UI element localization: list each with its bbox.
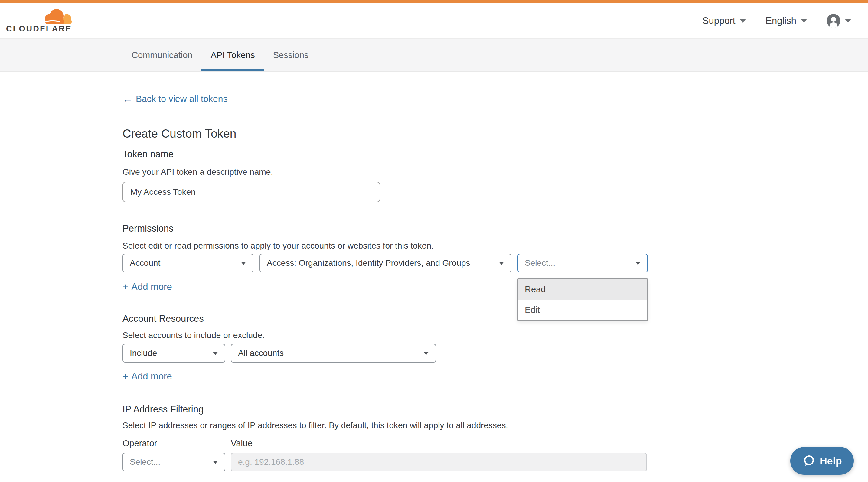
token-name-heading: Token name [123,149,655,160]
help-button[interactable]: Help [790,447,854,475]
language-menu-button[interactable]: English [766,15,807,26]
permission-resource-select[interactable]: Access: Organizations, Identity Provider… [259,254,512,272]
permissions-description: Select edit or read permissions to apply… [123,240,655,251]
operator-label: Operator [123,438,231,448]
chevron-down-icon [740,19,746,23]
chevron-down-icon [213,352,218,355]
chevron-down-icon [499,262,504,265]
ip-value-input [231,453,647,472]
account-resources-select-row: Include All accounts [123,344,655,362]
ip-field-labels: Operator Value [123,438,655,448]
permission-scope-select[interactable]: Account [123,254,253,272]
resource-accounts-select[interactable]: All accounts [231,344,436,362]
chevron-down-icon [635,262,641,265]
permissions-heading: Permissions [123,223,655,234]
chevron-down-icon [801,19,807,23]
permission-level-select[interactable]: Select... [518,254,648,272]
profile-tab-bar: Communication API Tokens Sessions [0,38,868,72]
permissions-select-row: Account Access: Organizations, Identity … [123,254,655,272]
menu-option-edit[interactable]: Edit [518,300,647,320]
ip-operator-select[interactable]: Select... [123,453,225,472]
language-menu-label: English [766,15,796,26]
tab-api-tokens[interactable]: API Tokens [202,39,264,71]
resource-mode-select[interactable]: Include [123,344,225,362]
back-arrow-icon: ← [123,93,133,105]
cloudflare-cloud-icon [41,8,72,25]
chevron-down-icon [424,352,429,355]
permission-level-menu: Read Edit [518,279,648,321]
account-menu-button[interactable] [827,14,851,28]
ip-filtering-heading: IP Address Filtering [123,404,655,415]
tab-sessions[interactable]: Sessions [264,39,318,71]
cloudflare-logo[interactable]: CLOUDFLARE [6,8,72,33]
brand-top-strip [0,0,868,3]
help-button-label: Help [819,455,842,467]
ip-operator-placeholder: Select... [130,457,160,467]
support-menu-label: Support [703,15,736,26]
account-resources-description: Select accounts to include or exclude. [123,330,655,341]
add-more-label: Add more [131,281,172,293]
user-avatar-icon [827,14,840,28]
chat-bubble-icon [802,454,815,468]
permission-level-wrap: Select... Read Edit [518,254,648,272]
header-nav: Support English [703,14,851,28]
back-link-label: Back to view all tokens [136,93,227,105]
resource-accounts-value: All accounts [238,348,284,358]
value-label: Value [231,438,252,448]
token-name-description: Give your API token a descriptive name. [123,167,655,178]
menu-option-read[interactable]: Read [518,279,647,300]
plus-icon: + [123,281,128,293]
plus-icon: + [123,371,128,383]
permission-scope-value: Account [130,258,160,268]
header: CLOUDFLARE Support English [0,3,868,38]
main-content: ← Back to view all tokens Create Custom … [123,72,655,472]
page-title: Create Custom Token [123,127,655,140]
permissions-add-more-link[interactable]: + Add more [123,281,172,293]
ip-filtering-section: IP Address Filtering Select IP addresses… [123,404,655,472]
ip-filtering-row: Select... [123,453,655,472]
permissions-section: Permissions Select edit or read permissi… [123,223,655,293]
permission-resource-value: Access: Organizations, Identity Provider… [267,258,470,268]
support-menu-button[interactable]: Support [703,15,746,26]
token-name-input[interactable] [123,182,380,202]
account-resources-section: Account Resources Select accounts to inc… [123,313,655,383]
add-more-label: Add more [131,371,172,383]
tab-communication[interactable]: Communication [123,39,202,71]
resource-mode-value: Include [130,348,157,358]
chevron-down-icon [845,19,851,23]
back-to-tokens-link[interactable]: ← Back to view all tokens [123,93,227,105]
permission-level-placeholder: Select... [525,258,555,268]
chevron-down-icon [213,460,218,464]
token-name-section: Token name Give your API token a descrip… [123,149,655,202]
chevron-down-icon [241,262,246,265]
ip-filtering-description: Select IP addresses or ranges of IP addr… [123,420,655,431]
account-resources-add-more-link[interactable]: + Add more [123,371,172,383]
logo-wordmark: CLOUDFLARE [6,25,72,33]
